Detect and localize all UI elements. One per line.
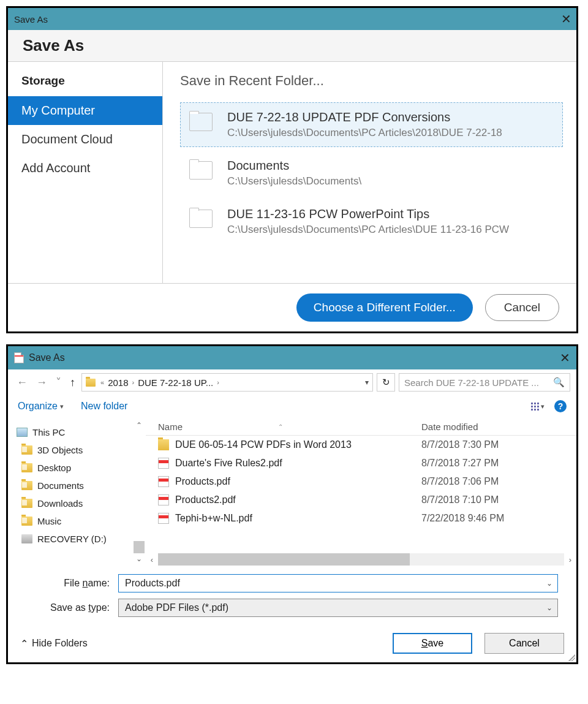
drive-icon [21, 534, 32, 543]
horizontal-scrollbar[interactable]: ‹ › [146, 553, 576, 566]
search-input[interactable]: Search DUE 7-22-18 UPDATE ... 🔍 [399, 373, 570, 392]
save-button[interactable]: Save [393, 633, 472, 654]
recent-folder-item[interactable]: DUE 11-23-16 PCW PowerPoint TipsC:\Users… [180, 199, 563, 244]
file-name-label: File name: [26, 578, 118, 589]
file-row[interactable]: Tephi-b+w-NL.pdf7/22/2018 9:46 PM [146, 509, 576, 528]
new-folder-button[interactable]: New folder [81, 401, 127, 412]
search-icon[interactable]: 🔍 [553, 377, 565, 388]
window-titlebar[interactable]: Save As ✕ [8, 8, 576, 30]
up-button[interactable]: ↑ [67, 376, 78, 389]
cancel-button[interactable]: Cancel [484, 633, 564, 654]
file-name: Duarte's Five Rules2.pdf [175, 458, 282, 469]
computer-icon [17, 428, 28, 437]
file-name: Products2.pdf [175, 494, 236, 505]
file-name-input[interactable]: Products.pdf ⌄ [118, 574, 558, 592]
file-row[interactable]: Products2.pdf8/7/2018 7:10 PM [146, 491, 576, 509]
sort-indicator-icon[interactable]: ⌃ [278, 423, 283, 430]
folder-path: C:\Users\julesds\Documents\PC Articles\2… [227, 127, 554, 139]
pdf-icon [158, 513, 169, 524]
tree-item[interactable]: RECOVERY (D:) [17, 530, 143, 548]
breadcrumb-segment[interactable]: DUE 7-22-18 UP... [138, 377, 213, 388]
explorer-save-as-window: Save As ✕ ← → ˅ ↑ « 2018 › DUE 7-22-18 U… [6, 344, 578, 664]
breadcrumb-dropdown-icon[interactable]: ▾ [365, 378, 369, 387]
file-name: Tephi-b+w-NL.pdf [175, 513, 252, 524]
folder-tree[interactable]: ⌃ This PC3D ObjectsDesktopDocumentsDownl… [8, 418, 146, 566]
folder-icon [21, 499, 32, 508]
sidebar-item[interactable]: Add Account [8, 154, 162, 183]
column-date-header[interactable]: Date modified [421, 422, 576, 432]
refresh-button[interactable]: ↻ [377, 373, 395, 392]
close-icon[interactable]: ✕ [561, 12, 571, 26]
folder-icon [21, 445, 32, 455]
tree-item[interactable]: Documents [17, 477, 143, 494]
help-button[interactable]: ? [554, 400, 567, 412]
save-type-label: Save as type: [26, 602, 118, 613]
scroll-down-icon[interactable]: ⌄ [134, 553, 145, 564]
pdf-app-icon [14, 352, 24, 363]
folder-icon [158, 439, 169, 450]
scroll-left-icon[interactable]: ‹ [146, 553, 158, 566]
tree-item-label: Desktop [37, 463, 71, 473]
sidebar-heading: Storage [8, 68, 162, 96]
file-name: DUE 06-05-14 PCW PDFs in Word 2013 [175, 439, 352, 450]
history-dropdown[interactable]: ˅ [53, 374, 64, 390]
recent-folder-item[interactable]: DUE 7-22-18 UPDATE PDF ConversionsC:\Use… [180, 102, 563, 147]
folder-icon [189, 113, 215, 135]
column-header-row: Name ⌃ Date modified [146, 418, 576, 436]
file-row[interactable]: DUE 06-05-14 PCW PDFs in Word 20138/7/20… [146, 436, 576, 454]
breadcrumb-bar[interactable]: « 2018 › DUE 7-22-18 UP... › ▾ [81, 373, 373, 392]
folder-path: C:\Users\julesds\Documents\PC Articles\D… [227, 224, 554, 236]
tree-item[interactable]: This PC [17, 423, 143, 441]
resize-grip-icon[interactable] [567, 653, 575, 661]
pdf-icon [158, 494, 169, 505]
recent-folder-panel: Save in Recent Folder... DUE 7-22-18 UPD… [163, 62, 576, 283]
tree-item[interactable]: Desktop [17, 459, 143, 477]
window-titlebar[interactable]: Save As ✕ [8, 346, 576, 369]
file-row[interactable]: Products.pdf8/7/2018 7:06 PM [146, 472, 576, 491]
tree-item[interactable]: Downloads [17, 494, 143, 512]
organize-menu[interactable]: Organize▾ [18, 401, 64, 412]
hide-folders-toggle[interactable]: ⌃ Hide Folders [20, 638, 88, 649]
tree-item[interactable]: Music [17, 512, 143, 530]
chevron-left-icon[interactable]: « [99, 379, 105, 386]
file-list[interactable]: Name ⌃ Date modified DUE 06-05-14 PCW PD… [146, 418, 576, 566]
storage-sidebar: Storage My ComputerDocument CloudAdd Acc… [8, 62, 163, 283]
sidebar-item[interactable]: My Computer [8, 96, 162, 125]
pdf-icon [158, 458, 169, 469]
folder-name: DUE 7-22-18 UPDATE PDF Conversions [227, 110, 554, 124]
scrollbar-thumb[interactable] [158, 553, 410, 566]
file-date: 8/7/2018 7:30 PM [421, 439, 576, 450]
view-options-button[interactable]: ▾ [531, 403, 545, 411]
folder-name: Documents [227, 159, 554, 173]
dropdown-icon[interactable]: ⌄ [546, 604, 552, 612]
folder-icon [21, 517, 32, 526]
tree-item[interactable]: 3D Objects [17, 441, 143, 459]
chevron-right-icon[interactable]: › [216, 379, 221, 386]
breadcrumb-segment[interactable]: 2018 [108, 377, 128, 388]
scroll-right-icon[interactable]: › [564, 553, 576, 566]
adobe-save-as-window: Save As ✕ Save As Storage My ComputerDoc… [6, 6, 578, 333]
file-name: Products.pdf [175, 476, 230, 487]
file-row[interactable]: Duarte's Five Rules2.pdf8/7/2018 7:27 PM [146, 454, 576, 472]
sidebar-item[interactable]: Document Cloud [8, 125, 162, 154]
tree-item-label: Downloads [37, 498, 83, 509]
folder-path: C:\Users\julesds\Documents\ [227, 175, 554, 187]
folder-icon [21, 481, 32, 490]
back-button[interactable]: ← [14, 375, 30, 390]
chevron-right-icon[interactable]: › [131, 379, 136, 386]
search-placeholder: Search DUE 7-22-18 UPDATE ... [404, 377, 539, 388]
forward-button[interactable]: → [34, 375, 50, 390]
toolbar: Organize▾ New folder ▾ ? [8, 395, 576, 418]
column-name-header[interactable]: Name [158, 422, 183, 432]
close-icon[interactable]: ✕ [560, 350, 570, 365]
cancel-button[interactable]: Cancel [485, 294, 559, 321]
dropdown-icon[interactable]: ⌄ [546, 579, 552, 588]
file-date: 7/22/2018 9:46 PM [421, 513, 576, 524]
folder-icon [189, 210, 215, 232]
page-heading: Save As [8, 30, 576, 62]
scroll-up-icon[interactable]: ⌃ [134, 420, 145, 431]
view-icon [531, 403, 539, 411]
recent-folder-item[interactable]: DocumentsC:\Users\julesds\Documents\ [180, 151, 563, 195]
save-type-select[interactable]: Adobe PDF Files (*.pdf) ⌄ [118, 599, 558, 617]
choose-different-folder-button[interactable]: Choose a Different Folder... [296, 293, 473, 322]
